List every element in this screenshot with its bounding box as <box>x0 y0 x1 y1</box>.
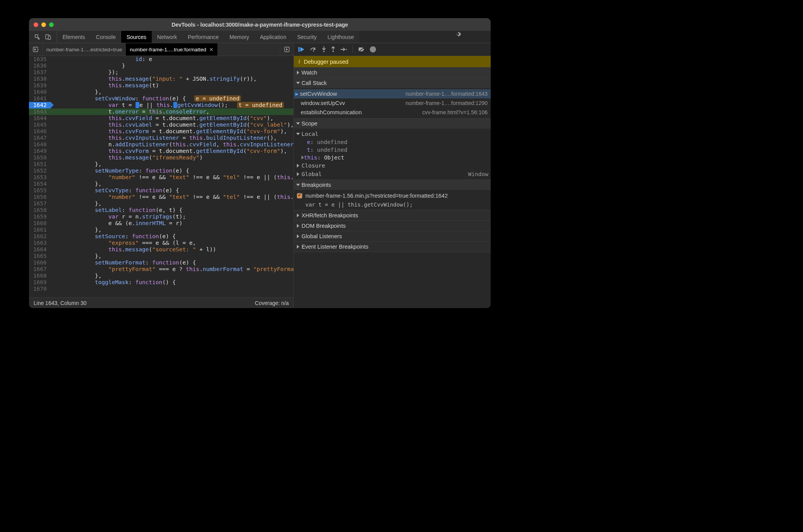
code-line[interactable]: 1661 }, <box>29 227 293 233</box>
global-listeners-header[interactable]: Global Listeners <box>294 231 491 241</box>
navigator-toggle-icon[interactable] <box>29 43 42 56</box>
debugger-toolbar <box>294 43 491 56</box>
global-value: Window <box>468 171 488 177</box>
svg-point-11 <box>346 49 347 50</box>
run-snippet-icon[interactable] <box>280 43 293 56</box>
debugger-pane: i Debugger paused Watch Call Stack ▶setC… <box>294 43 491 308</box>
step-over-icon[interactable] <box>310 47 317 52</box>
callstack-frame[interactable]: ▶setCvvWindownumber-frame-1.…formatted:1… <box>294 89 491 98</box>
tab-memory[interactable]: Memory <box>224 31 255 43</box>
svg-point-9 <box>323 51 325 52</box>
close-icon[interactable]: ✕ <box>209 47 213 53</box>
code-editor[interactable]: 1635 id: e1636 }1637 });1638 this.messag… <box>29 56 293 297</box>
tab-sources[interactable]: Sources <box>121 31 152 43</box>
code-line[interactable]: 1637 }); <box>29 69 293 76</box>
step-out-icon[interactable] <box>331 46 335 53</box>
scope-global-header[interactable]: GlobalWindow <box>294 170 491 178</box>
scope-label: Scope <box>302 120 317 127</box>
tab-security[interactable]: Security <box>292 31 322 43</box>
xhr-breakpoints-header[interactable]: XHR/fetch Breakpoints <box>294 210 491 220</box>
watch-label: Watch <box>302 69 317 76</box>
step-into-icon[interactable] <box>322 46 326 53</box>
code-line[interactable]: 1668 }, <box>29 273 293 279</box>
code-line[interactable]: 1648 n.addInputListener(this.cvvField, t… <box>29 141 293 148</box>
code-line[interactable]: 1666 setNumberFormat: function(e) { <box>29 259 293 266</box>
code-line[interactable]: 1669 toggleMask: function() { <box>29 279 293 286</box>
code-line[interactable]: 1644 this.cvvField = t.document.getEleme… <box>29 115 293 122</box>
closure-label: Closure <box>302 163 325 169</box>
code-line[interactable]: 1658 setLabel: function(e, t) { <box>29 207 293 213</box>
code-line[interactable]: 1665 }, <box>29 253 293 259</box>
tab-elements[interactable]: Elements <box>57 31 90 43</box>
file-tab-1[interactable]: number-frame-1.…estricted=true <box>42 43 126 56</box>
code-line[interactable]: 1651 }, <box>29 161 293 168</box>
code-line[interactable]: 1639 this.message(t) <box>29 82 293 89</box>
callstack-label: Call Stack <box>302 80 327 86</box>
code-line[interactable]: 1647 this.cvvInputListener = this.buildI… <box>29 135 293 141</box>
titlebar: DevTools - localhost:3000/make-a-payment… <box>29 18 491 31</box>
code-line[interactable]: 1646 this.cvvForm = t.document.getElemen… <box>29 128 293 135</box>
code-line[interactable]: 1656 "number" !== e && "text" !== e && "… <box>29 194 293 200</box>
file-tab-label: number-frame-1.…estricted=true <box>46 47 122 53</box>
cursor-position: Line 1643, Column 30 <box>34 300 86 306</box>
code-line[interactable]: 1642 var t = e || this. getCvvWindow(); … <box>29 102 293 108</box>
scope-var-this[interactable]: this: Object <box>294 154 491 161</box>
code-line[interactable]: 1636 } <box>29 63 293 69</box>
scope-var-t[interactable]: t: undefined <box>294 146 491 154</box>
breakpoints-header[interactable]: Breakpoints <box>294 180 491 190</box>
breakpoint-code: var t = e || this.getCvvWindow(); <box>294 200 491 209</box>
breakpoint-item[interactable]: number-frame-1.56.min.js?restricted=true… <box>294 191 491 200</box>
breakpoint-checkbox[interactable] <box>297 193 302 198</box>
dom-breakpoints-header[interactable]: DOM Breakpoints <box>294 221 491 231</box>
scope-var-e[interactable]: e: undefined <box>294 138 491 146</box>
file-tabs: number-frame-1.…estricted=true number-fr… <box>29 43 293 56</box>
callstack-frame[interactable]: window.setUpCvvnumber-frame-1.…formatted… <box>294 98 491 108</box>
window-title: DevTools - localhost:3000/make-a-payment… <box>29 22 491 28</box>
code-line[interactable]: 1638 this.message("input: " + JSON.strin… <box>29 76 293 82</box>
breakpoint-file: number-frame-1.56.min.js?restricted=true… <box>305 193 448 199</box>
code-line[interactable]: 1655 setCvvType: function(e) { <box>29 187 293 194</box>
step-icon[interactable] <box>340 47 347 52</box>
callstack-header[interactable]: Call Stack <box>294 78 491 88</box>
scope-local-header[interactable]: Local <box>294 130 491 138</box>
callstack-frame[interactable]: establishCommunicationcvv-frame.html?v=1… <box>294 108 491 117</box>
device-icon[interactable] <box>45 34 51 40</box>
tab-performance[interactable]: Performance <box>182 31 224 43</box>
gear-icon[interactable] <box>455 31 461 37</box>
code-line[interactable]: 1645 this.cvvLabel = t.document.getEleme… <box>29 122 293 128</box>
code-line[interactable]: 1652 setNumberType: function(e) { <box>29 168 293 174</box>
code-line[interactable]: 1641 setCvvWindow: function(e) { e = und… <box>29 95 293 102</box>
code-line[interactable]: 1660 e && (e.innerHTML = r) <box>29 220 293 227</box>
deactivate-breakpoints-icon[interactable] <box>358 47 365 52</box>
code-line[interactable]: 1662 setSource: function(e) { <box>29 233 293 240</box>
event-listener-breakpoints-header[interactable]: Event Listener Breakpoints <box>294 242 491 252</box>
tab-network[interactable]: Network <box>152 31 182 43</box>
tab-lighthouse[interactable]: Lighthouse <box>322 31 359 43</box>
dom-label: DOM Breakpoints <box>302 223 346 229</box>
tab-application[interactable]: Application <box>254 31 292 43</box>
code-line[interactable]: 1657 }, <box>29 200 293 207</box>
code-line[interactable]: 1670 <box>29 286 293 292</box>
code-line[interactable]: 1649 this.cvvForm = t.document.getElemen… <box>29 148 293 154</box>
code-line[interactable]: 1654 }, <box>29 181 293 187</box>
scope-closure-header[interactable]: Closure <box>294 161 491 170</box>
pause-on-exceptions-icon[interactable] <box>370 46 376 53</box>
code-line[interactable]: 1667 "prettyFormat" === e ? this.numberF… <box>29 266 293 273</box>
code-line[interactable]: 1664 this.message("sourceSet: " + l)) <box>29 246 293 253</box>
svg-point-8 <box>313 50 314 51</box>
code-line[interactable]: 1640 }, <box>29 89 293 95</box>
scope-header[interactable]: Scope <box>294 119 491 129</box>
coverage-status: Coverage: n/a <box>255 300 289 306</box>
local-label: Local <box>302 131 318 137</box>
code-line[interactable]: 1659 var r = n.stripTags(t); <box>29 213 293 220</box>
tab-console[interactable]: Console <box>90 31 121 43</box>
resume-icon[interactable] <box>298 47 305 52</box>
code-line[interactable]: 1653 "number" !== e && "text" !== e && "… <box>29 174 293 181</box>
code-line[interactable]: 1650 this.message("iframesReady") <box>29 154 293 161</box>
code-line[interactable]: 1663 "express" === e && (l = e, <box>29 240 293 246</box>
file-tab-2[interactable]: number-frame-1.…true:formatted ✕ <box>126 43 217 56</box>
code-line[interactable]: 1643 t.onerror = this.consoleError, <box>29 108 293 115</box>
inspect-icon[interactable] <box>34 34 41 40</box>
code-line[interactable]: 1635 id: e <box>29 56 293 63</box>
watch-header[interactable]: Watch <box>294 68 491 78</box>
